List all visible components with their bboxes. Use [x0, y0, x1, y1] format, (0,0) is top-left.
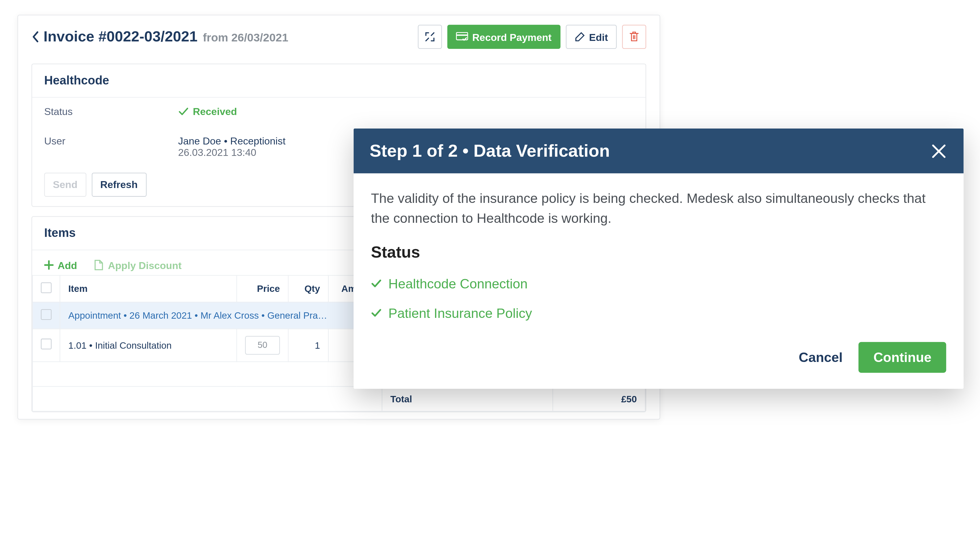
record-payment-label: Record Payment: [472, 31, 551, 43]
delete-button[interactable]: [622, 25, 646, 49]
status-row: Status Received: [32, 98, 646, 127]
col-item: Item: [60, 275, 237, 302]
user-label: User: [44, 135, 178, 158]
apply-discount-button[interactable]: Apply Discount: [93, 259, 182, 271]
user-time: 26.03.2021 13:40: [178, 146, 285, 158]
page-title: Invoice #0022-03/2021: [44, 28, 197, 46]
send-label: Send: [53, 179, 77, 190]
modal-title: Step 1 of 2 • Data Verification: [370, 140, 610, 161]
check-icon: [371, 308, 382, 318]
qty-value: 1: [288, 329, 328, 361]
back-icon[interactable]: [31, 31, 39, 43]
add-item-button[interactable]: Add: [44, 259, 77, 271]
continue-label: Continue: [873, 350, 931, 364]
modal-header: Step 1 of 2 • Data Verification: [354, 129, 964, 173]
check-icon: [178, 106, 189, 117]
svg-rect-1: [457, 35, 468, 36]
status-value: Received: [178, 106, 237, 117]
row-checkbox[interactable]: [41, 339, 52, 349]
modal-body-text: The validity of the insurance policy is …: [371, 188, 946, 228]
expand-icon: [425, 31, 435, 42]
expand-button[interactable]: [418, 25, 442, 49]
status-healthcode: Healthcode Connection: [371, 274, 946, 294]
status-policy-label: Patient Insurance Policy: [388, 303, 532, 324]
total-row: Total £50: [32, 386, 645, 411]
status-healthcode-label: Healthcode Connection: [388, 274, 528, 294]
row-checkbox[interactable]: [41, 309, 52, 319]
continue-button[interactable]: Continue: [859, 342, 946, 373]
modal-status-heading: Status: [371, 240, 946, 265]
total-label: Total: [382, 386, 553, 411]
user-name: Jane Doe • Receptionist: [178, 135, 285, 146]
discount-icon: [93, 260, 104, 270]
status-label: Status: [44, 106, 178, 119]
edit-label: Edit: [589, 31, 608, 43]
total-value: £50: [553, 386, 645, 411]
appointment-link[interactable]: Appointment • 26 March 2021 • Mr Alex Cr…: [68, 310, 327, 321]
page-subtitle: from 26/03/2021: [203, 31, 288, 44]
select-all-checkbox[interactable]: [41, 282, 52, 293]
col-price: Price: [237, 275, 288, 302]
plus-icon: [44, 260, 53, 270]
edit-button[interactable]: Edit: [566, 25, 617, 49]
payment-icon: [456, 32, 468, 41]
refresh-label: Refresh: [100, 179, 138, 190]
record-payment-button[interactable]: Record Payment: [447, 25, 560, 49]
refresh-button[interactable]: Refresh: [91, 172, 146, 197]
trash-icon: [630, 31, 639, 42]
check-icon: [371, 278, 382, 289]
edit-icon: [574, 31, 585, 42]
status-policy: Patient Insurance Policy: [371, 303, 946, 324]
send-button[interactable]: Send: [44, 172, 86, 197]
verification-modal: Step 1 of 2 • Data Verification The vali…: [354, 129, 964, 389]
panel-header: Invoice #0022-03/2021 from 26/03/2021 Re…: [18, 16, 660, 54]
cancel-button[interactable]: Cancel: [799, 350, 843, 365]
add-label: Add: [58, 259, 77, 271]
price-input[interactable]: [245, 336, 280, 354]
item-name: 1.01 • Initial Consultation: [60, 329, 237, 361]
col-qty: Qty: [288, 275, 328, 302]
discount-label: Apply Discount: [108, 259, 181, 271]
close-icon[interactable]: [930, 142, 948, 160]
healthcode-heading: Healthcode: [32, 64, 646, 98]
